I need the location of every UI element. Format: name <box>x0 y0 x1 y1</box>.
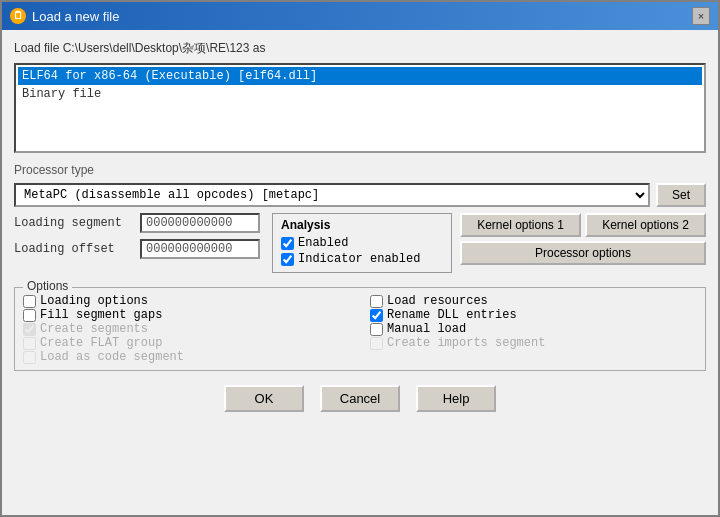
manual-load-checkbox[interactable] <box>370 323 383 336</box>
options-left-col: Loading options Fill segment gaps Create… <box>23 294 350 364</box>
left-middle: Loading segment Loading offset <box>14 213 264 259</box>
analysis-box: Analysis Enabled Indicator enabled <box>272 213 452 273</box>
load-new-file-dialog: 🗒 Load a new file × Load file C:\Users\d… <box>0 0 720 517</box>
analysis-title: Analysis <box>281 218 443 232</box>
processor-type-label: Processor type <box>14 163 706 177</box>
loading-segment-label: Loading segment <box>14 216 134 230</box>
title-bar-left: 🗒 Load a new file <box>10 8 119 24</box>
opt-load-resources: Load resources <box>370 294 697 308</box>
create-segments-checkbox <box>23 323 36 336</box>
load-resources-checkbox[interactable] <box>370 295 383 308</box>
loading-segment-row: Loading segment <box>14 213 264 233</box>
opt-create-flat-group: Create FLAT group <box>23 336 350 350</box>
analysis-indicator-row: Indicator enabled <box>281 252 443 266</box>
dialog-icon: 🗒 <box>10 8 26 24</box>
create-imports-segment-label: Create imports segment <box>387 336 545 350</box>
loading-offset-row: Loading offset <box>14 239 264 259</box>
title-bar: 🗒 Load a new file × <box>2 2 718 30</box>
file-list-box[interactable]: ELF64 for x86-64 (Executable) [elf64.dll… <box>14 63 706 153</box>
cancel-button[interactable]: Cancel <box>320 385 400 412</box>
analysis-indicator-label[interactable]: Indicator enabled <box>298 252 420 266</box>
loading-segment-input[interactable] <box>140 213 260 233</box>
create-flat-group-checkbox <box>23 337 36 350</box>
options-grid: Loading options Fill segment gaps Create… <box>23 294 697 364</box>
create-segments-label: Create segments <box>40 322 148 336</box>
processor-options-button[interactable]: Processor options <box>460 241 706 265</box>
set-button[interactable]: Set <box>656 183 706 207</box>
file-list-item-1[interactable]: Binary file <box>18 85 702 103</box>
processor-row: MetaPC (disassemble all opcodes) [metapc… <box>14 183 706 207</box>
opt-rename-dll-entries: Rename DLL entries <box>370 308 697 322</box>
kernel-row: Kernel options 1 Kernel options 2 <box>460 213 706 237</box>
analysis-enabled-label[interactable]: Enabled <box>298 236 348 250</box>
analysis-enabled-checkbox[interactable] <box>281 237 294 250</box>
loading-offset-label: Loading offset <box>14 242 134 256</box>
load-resources-label[interactable]: Load resources <box>387 294 488 308</box>
close-button[interactable]: × <box>692 7 710 25</box>
fill-segment-gaps-checkbox[interactable] <box>23 309 36 322</box>
middle-section: Loading segment Loading offset Analysis … <box>14 213 706 273</box>
options-right-col: Load resources Rename DLL entries Manual… <box>370 294 697 364</box>
dialog-content: Load file C:\Users\dell\Desktop\杂项\RE\12… <box>2 30 718 515</box>
load-as-code-segment-label: Load as code segment <box>40 350 184 364</box>
loading-offset-input[interactable] <box>140 239 260 259</box>
opt-fill-segment-gaps: Fill segment gaps <box>23 308 350 322</box>
fill-segment-gaps-label[interactable]: Fill segment gaps <box>40 308 162 322</box>
processor-type-select[interactable]: MetaPC (disassemble all opcodes) [metapc… <box>14 183 650 207</box>
analysis-enabled-row: Enabled <box>281 236 443 250</box>
rename-dll-entries-checkbox[interactable] <box>370 309 383 322</box>
create-imports-segment-checkbox <box>370 337 383 350</box>
opt-load-as-code-segment: Load as code segment <box>23 350 350 364</box>
create-flat-group-label: Create FLAT group <box>40 336 162 350</box>
help-button[interactable]: Help <box>416 385 496 412</box>
kernel-options-1-button[interactable]: Kernel options 1 <box>460 213 581 237</box>
options-legend: Options <box>23 279 72 293</box>
file-list-item-0[interactable]: ELF64 for x86-64 (Executable) [elf64.dll… <box>18 67 702 85</box>
analysis-indicator-checkbox[interactable] <box>281 253 294 266</box>
loading-options-checkbox[interactable] <box>23 295 36 308</box>
load-as-code-segment-checkbox <box>23 351 36 364</box>
opt-manual-load: Manual load <box>370 322 697 336</box>
dialog-title: Load a new file <box>32 9 119 24</box>
manual-load-label[interactable]: Manual load <box>387 322 466 336</box>
rename-dll-entries-label[interactable]: Rename DLL entries <box>387 308 517 322</box>
options-section: Options Loading options Fill segment gap… <box>14 287 706 371</box>
file-path-label: Load file C:\Users\dell\Desktop\杂项\RE\12… <box>14 40 706 57</box>
opt-create-segments: Create segments <box>23 322 350 336</box>
ok-button[interactable]: OK <box>224 385 304 412</box>
opt-loading-options: Loading options <box>23 294 350 308</box>
kernel-options-2-button[interactable]: Kernel options 2 <box>585 213 706 237</box>
opt-create-imports-segment: Create imports segment <box>370 336 697 350</box>
loading-options-label[interactable]: Loading options <box>40 294 148 308</box>
bottom-buttons: OK Cancel Help <box>14 377 706 418</box>
right-buttons: Kernel options 1 Kernel options 2 Proces… <box>460 213 706 265</box>
processor-select-wrapper[interactable]: MetaPC (disassemble all opcodes) [metapc… <box>14 183 650 207</box>
